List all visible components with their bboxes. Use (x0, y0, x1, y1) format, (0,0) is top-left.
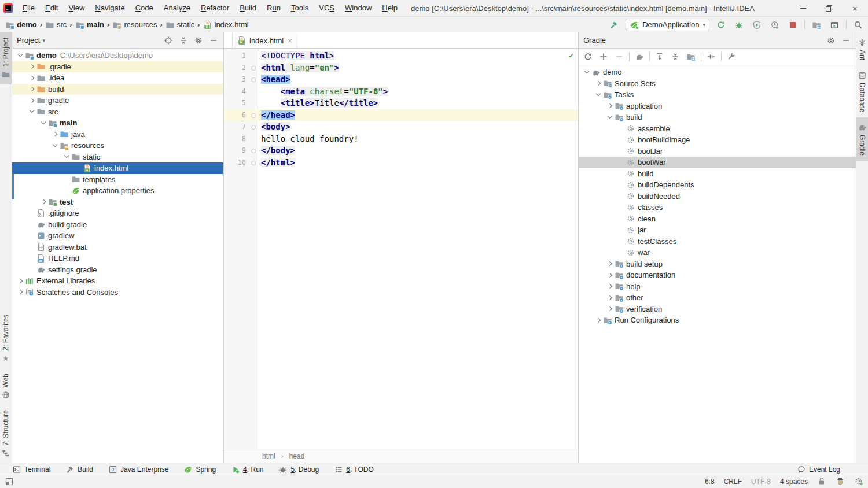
fold-marker-icon[interactable] (251, 66, 256, 71)
chevron-right-icon[interactable] (50, 130, 60, 139)
run-button[interactable] (715, 19, 727, 31)
menu-tools[interactable]: Tools (286, 0, 314, 16)
tree-item-demo[interactable]: demoC:\Users\era\Desktop\demo (12, 50, 223, 61)
code-line-9[interactable]: 9</body> (224, 145, 578, 157)
tree-item-build-setup[interactable]: build setup (579, 258, 856, 270)
tree-item-test[interactable]: test (12, 197, 223, 208)
event-log-button[interactable]: Event Log (797, 465, 840, 474)
chevron-down-icon[interactable] (605, 113, 615, 122)
toggle-offline-button[interactable] (705, 51, 717, 62)
tree-item-application[interactable]: application (579, 101, 856, 112)
chevron-right-icon[interactable] (605, 259, 615, 268)
restore-button[interactable] (816, 0, 842, 16)
tree-item-java[interactable]: java (12, 129, 223, 141)
menu-navigate[interactable]: Navigate (90, 0, 130, 16)
breadcrumb-index-html[interactable]: Hindex.html (201, 20, 251, 30)
tree-item-gradle[interactable]: gradle (12, 95, 223, 106)
code-line-10[interactable]: 10</html> (224, 157, 578, 169)
hide-button[interactable] (841, 35, 851, 46)
chevron-right-icon[interactable] (27, 96, 36, 105)
tree-item-source-sets[interactable]: Source Sets (579, 78, 856, 90)
tree-item-documentation[interactable]: documentation (579, 269, 856, 281)
tool-window-button-todo[interactable]: 6: TODO (326, 463, 381, 475)
breadcrumb-static[interactable]: static (164, 20, 196, 30)
tree-item-templates[interactable]: templates (12, 174, 223, 186)
chevron-down-icon[interactable] (27, 107, 36, 116)
tree-item-demo[interactable]: demo (579, 66, 856, 78)
inspections-ok-icon[interactable]: ✔ (569, 51, 573, 60)
chevron-right-icon[interactable] (27, 84, 36, 94)
tree-item-build[interactable]: build (579, 168, 856, 180)
stop-button[interactable] (786, 19, 799, 31)
fold-marker-icon[interactable] (251, 161, 256, 165)
chevron-down-icon[interactable] (582, 68, 591, 77)
code-line-7[interactable]: 7<body> (224, 121, 578, 133)
locate-button[interactable] (163, 35, 174, 46)
caret-position[interactable]: 6:8 (705, 478, 715, 486)
code-line-4[interactable]: 4 <meta charset="UTF-8"> (224, 86, 578, 98)
close-button[interactable]: × (842, 0, 868, 16)
tree-item-resources[interactable]: resources (12, 140, 223, 151)
minimize-button[interactable] (790, 0, 816, 16)
build-project-button[interactable] (608, 19, 620, 31)
tree-item-gradle[interactable]: .gradle (12, 61, 223, 73)
chevron-right-icon[interactable] (605, 304, 615, 313)
search-everywhere-button[interactable] (852, 19, 865, 31)
breadcrumb-demo[interactable]: demo (3, 20, 39, 30)
tool-window-button-build[interactable]: Build (58, 463, 101, 475)
editor-crumb-head[interactable]: head (289, 452, 305, 460)
tool-window-button-run[interactable]: 4: Run (223, 463, 271, 475)
chevron-right-icon[interactable] (39, 197, 48, 206)
chevron-right-icon[interactable] (27, 62, 36, 71)
fold-marker-icon[interactable] (251, 125, 256, 130)
chevron-down-icon[interactable] (594, 90, 603, 99)
tree-item-assemble[interactable]: assemble (579, 123, 856, 135)
tree-item-build-gradle[interactable]: build.gradle (12, 219, 223, 231)
code-area[interactable]: 1<!DOCTYPE html>2<html lang="en">3<head>… (224, 49, 578, 449)
code-line-8[interactable]: 8hello cloud foundry! (224, 133, 578, 145)
close-icon[interactable]: × (288, 36, 292, 45)
tool-window-button-debug[interactable]: 5: Debug (271, 463, 326, 475)
chevron-right-icon[interactable] (16, 276, 25, 286)
gradle-elephant-button[interactable] (634, 51, 645, 62)
menu-code[interactable]: Code (130, 0, 159, 16)
fold-marker-icon[interactable] (251, 77, 256, 82)
stripe-tab-database[interactable]: Database (856, 65, 868, 117)
add-button[interactable] (598, 51, 609, 62)
indent-setting[interactable]: 4 spaces (780, 478, 808, 486)
tree-item-testclasses[interactable]: testClasses (579, 236, 856, 247)
inspections-gear-button[interactable] (854, 476, 863, 487)
project-panel-title[interactable]: Project (17, 36, 40, 45)
menu-analyze[interactable]: Analyze (159, 0, 196, 16)
menu-edit[interactable]: Edit (40, 0, 63, 16)
tree-item-index-html[interactable]: Hindex.html (12, 162, 223, 174)
run-anything-button[interactable] (828, 19, 841, 31)
menu-run[interactable]: Run (262, 0, 286, 16)
tree-item-buildneeded[interactable]: buildNeeded (579, 191, 856, 202)
collapse-all-button[interactable] (670, 51, 681, 62)
tab-index-html[interactable]: H index.html × (232, 33, 297, 48)
tree-item-build[interactable]: build (12, 84, 223, 95)
file-encoding[interactable]: UTF-8 (751, 478, 771, 486)
tree-item-builddependents[interactable]: buildDependents (579, 179, 856, 191)
tool-window-button-java-enterprise[interactable]: JJava Enterprise (101, 463, 176, 475)
chevron-right-icon[interactable] (27, 73, 36, 83)
menu-help[interactable]: Help (377, 0, 403, 16)
chevron-down-icon[interactable] (39, 119, 48, 128)
tree-item-other[interactable]: other (579, 292, 856, 304)
project-structure-button[interactable] (810, 19, 823, 31)
tree-item-idea[interactable]: .idea (12, 72, 223, 84)
tool-window-switcher-icon[interactable] (5, 477, 14, 486)
code-line-1[interactable]: 1<!DOCTYPE html> (224, 50, 578, 62)
wrench-button[interactable] (726, 51, 737, 62)
hide-button[interactable] (208, 35, 219, 46)
tree-item-scratches-and-consoles[interactable]: Scratches and Consoles (12, 287, 223, 298)
chevron-right-icon[interactable] (605, 271, 615, 280)
refresh-button[interactable] (582, 51, 594, 62)
breadcrumb-src[interactable]: src (43, 20, 68, 30)
chevron-down-icon[interactable] (62, 152, 71, 161)
code-line-6[interactable]: 6</head> (224, 109, 578, 121)
tree-item-verification[interactable]: verification (579, 304, 856, 315)
chevron-right-icon[interactable] (605, 282, 615, 291)
menu-refactor[interactable]: Refactor (196, 0, 234, 16)
